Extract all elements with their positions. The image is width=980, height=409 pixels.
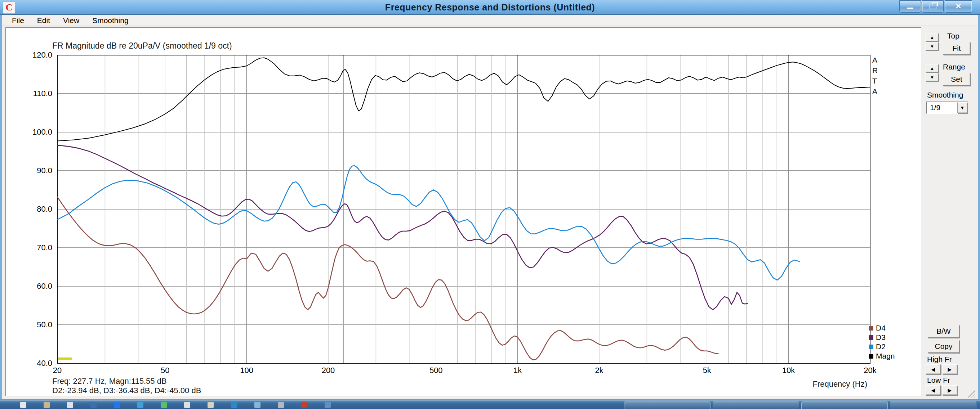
legend-label: D3 <box>876 333 886 342</box>
taskbar[interactable] <box>0 400 980 409</box>
taskbar-app-icon[interactable] <box>137 402 143 408</box>
menu-smoothing[interactable]: Smoothing <box>86 16 135 25</box>
app-window: C Frequency Response and Distortions (Un… <box>0 0 980 399</box>
smoothing-label: Smoothing <box>927 91 963 99</box>
legend-item-magn: Magn <box>869 351 895 361</box>
title-bar[interactable]: C Frequency Response and Distortions (Un… <box>0 0 980 15</box>
magn-color-swatch <box>869 354 873 358</box>
taskbar-app-icon[interactable] <box>114 402 120 408</box>
close-button[interactable]: ✕ <box>945 0 972 13</box>
y-tick-40.0: 40.0 <box>19 358 52 368</box>
chart-panel: FR Magnitude dB re 20uPa/V (smoothed 1/9… <box>5 27 921 396</box>
smoothing-select[interactable]: 1/9 ▼ <box>926 101 968 114</box>
top-up-button[interactable]: ▲ <box>926 33 939 41</box>
x-axis-title: Frequency (Hz) <box>759 379 867 389</box>
taskbar-window-button[interactable] <box>801 401 888 409</box>
taskbar-app-icon[interactable] <box>278 402 284 408</box>
x-tick-50: 50 <box>149 366 181 375</box>
x-tick-20k: 20k <box>854 366 886 375</box>
curve-Magn <box>57 58 870 141</box>
copy-button[interactable]: Copy <box>928 340 959 353</box>
low-fr-right-button[interactable]: ▶ <box>942 385 957 395</box>
taskbar-app-icon[interactable] <box>91 402 97 408</box>
y-tick-120.0: 120.0 <box>19 51 52 60</box>
y-tick-100.0: 100.0 <box>19 127 52 137</box>
range-down-button[interactable]: ▼ <box>926 73 939 81</box>
minimize-button[interactable] <box>899 0 921 13</box>
x-tick-200: 200 <box>312 366 344 375</box>
legend-item-d2: D2 <box>869 342 895 351</box>
watermark-letter: A <box>872 86 878 97</box>
minimize-icon <box>907 8 913 9</box>
legend: D4 D3 D2 Magn <box>869 323 895 361</box>
y-tick-60.0: 60.0 <box>19 282 52 291</box>
dropdown-arrow-icon[interactable]: ▼ <box>957 102 967 113</box>
watermark-letter: R <box>872 65 878 76</box>
x-tick-2k: 2k <box>583 366 616 375</box>
x-tick-10k: 10k <box>772 366 805 375</box>
taskbar-app-icon[interactable] <box>208 402 214 408</box>
close-icon: ✕ <box>955 3 962 10</box>
window-controls: ✕ <box>899 0 972 13</box>
menu-view[interactable]: View <box>57 16 86 25</box>
smoothing-value: 1/9 <box>927 102 957 113</box>
restore-icon <box>929 3 936 10</box>
high-fr-label: High Fr <box>927 355 952 364</box>
legend-item-d4: D4 <box>869 323 895 333</box>
y-tick-110.0: 110.0 <box>19 89 52 98</box>
d4-color-swatch <box>869 326 873 331</box>
chart-title: FR Magnitude dB re 20uPa/V (smoothed 1/9… <box>52 41 232 51</box>
top-label: Top <box>947 32 959 40</box>
frequency-response-plot <box>6 28 922 397</box>
legend-label: D4 <box>876 324 886 332</box>
d2-color-swatch <box>869 344 873 349</box>
fit-button[interactable]: Fit <box>943 42 970 55</box>
taskbar-window-button[interactable] <box>890 401 977 409</box>
y-tick-70.0: 70.0 <box>19 243 52 252</box>
taskbar-app-icon[interactable] <box>301 402 307 408</box>
taskbar-app-icon[interactable] <box>231 402 237 408</box>
d3-color-swatch <box>869 335 873 340</box>
arta-app-icon[interactable]: C <box>3 2 15 14</box>
range-label: Range <box>943 63 965 71</box>
menu-file[interactable]: File <box>5 16 30 25</box>
taskbar-window-button[interactable] <box>624 401 711 409</box>
high-fr-left-button[interactable]: ◀ <box>926 365 941 374</box>
taskbar-window-buttons <box>624 401 977 409</box>
watermark-letter: A <box>872 55 878 65</box>
taskbar-quick-launch <box>20 402 331 408</box>
arta-watermark: A R T A <box>872 55 878 97</box>
low-fr-left-button[interactable]: ◀ <box>926 385 941 395</box>
menu-edit[interactable]: Edit <box>30 16 57 25</box>
taskbar-app-icon[interactable] <box>161 402 167 408</box>
menu-bar: File Edit View Smoothing <box>2 15 978 26</box>
y-tick-90.0: 90.0 <box>19 166 52 175</box>
x-tick-5k: 5k <box>691 366 723 375</box>
y-tick-80.0: 80.0 <box>19 204 52 214</box>
taskbar-app-icon[interactable] <box>20 402 26 408</box>
window-title: Frequency Response and Distortions (Unti… <box>0 2 980 13</box>
distortion-readout: D2:-23.94 dB, D3:-36.43 dB, D4:-45.00 dB <box>52 386 201 395</box>
curve-D3 <box>57 145 748 310</box>
x-tick-500: 500 <box>420 366 452 375</box>
legend-label: D2 <box>876 342 886 351</box>
y-tick-50.0: 50.0 <box>19 320 52 330</box>
curve-D4 <box>57 197 718 360</box>
set-button[interactable]: Set <box>943 73 970 86</box>
taskbar-app-icon[interactable] <box>184 402 190 408</box>
taskbar-app-icon[interactable] <box>67 402 73 408</box>
high-fr-right-button[interactable]: ▶ <box>942 365 957 374</box>
control-sidebar: ▲ ▼ Top Fit ▲ ▼ Range Set Smoothing 1/9 … <box>921 27 978 396</box>
taskbar-app-icon[interactable] <box>255 402 261 408</box>
taskbar-window-button[interactable] <box>713 401 799 409</box>
taskbar-app-icon[interactable] <box>44 402 50 408</box>
top-down-button[interactable]: ▼ <box>926 42 939 51</box>
cursor-readout: Freq: 227.7 Hz, Magn:115.55 dB <box>52 377 167 386</box>
x-tick-1k: 1k <box>501 366 534 375</box>
bw-button[interactable]: B/W <box>928 325 959 338</box>
range-up-button[interactable]: ▲ <box>926 64 939 72</box>
legend-item-d3: D3 <box>869 333 895 342</box>
watermark-letter: T <box>872 76 878 86</box>
restore-button[interactable] <box>922 0 943 13</box>
taskbar-app-icon[interactable] <box>325 402 331 408</box>
